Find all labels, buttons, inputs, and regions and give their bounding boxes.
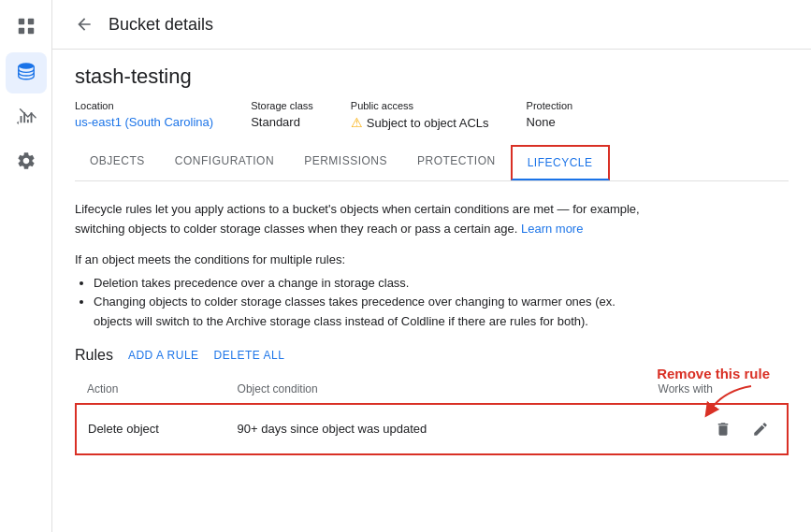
protection-meta: Protection None: [527, 100, 573, 130]
lifecycle-description: Lifecycle rules let you apply actions to…: [75, 200, 655, 239]
col-action: Action: [76, 375, 226, 404]
storage-class-value: Standard: [251, 115, 313, 129]
annotation-area: Remove this rule: [657, 366, 770, 419]
warning-icon: ⚠: [351, 115, 363, 130]
bullet-item-2: Changing objects to colder storage class…: [94, 293, 655, 332]
main-content: Bucket details stash-testing Location us…: [52, 0, 811, 532]
tab-permissions[interactable]: PERMISSIONS: [289, 145, 402, 180]
sidebar: [0, 0, 52, 532]
sidebar-item-grid[interactable]: [6, 7, 47, 49]
remove-annotation: Remove this rule: [657, 366, 770, 381]
tab-configuration[interactable]: CONFIGURATION: [160, 145, 289, 180]
page-title: Bucket details: [109, 15, 213, 35]
row-action: Delete object: [76, 404, 226, 454]
analytics-icon: [16, 106, 36, 131]
bucket-info: stash-testing Location us-east1 (South C…: [52, 50, 811, 137]
tab-objects[interactable]: OBJECTS: [75, 145, 160, 180]
svg-rect-1: [27, 18, 33, 23]
rules-section: Remove this rule Action Object condition: [75, 375, 789, 455]
col-condition: Object condition: [226, 375, 564, 404]
conditions-text: If an object meets the conditions for mu…: [75, 252, 789, 266]
sidebar-item-analytics[interactable]: [6, 97, 47, 138]
location-value[interactable]: us-east1 (South Carolina): [75, 115, 213, 129]
protection-value: None: [527, 115, 573, 129]
protection-label: Protection: [527, 100, 573, 111]
grid-icon: [16, 16, 36, 41]
rules-title: Rules: [75, 347, 113, 364]
bucket-name: stash-testing: [75, 65, 789, 89]
public-access-meta: Public access ⚠ Subject to object ACLs: [351, 100, 489, 130]
public-access-label: Public access: [351, 100, 489, 111]
svg-point-4: [18, 63, 34, 68]
rules-header: Rules ADD A RULE DELETE ALL: [75, 347, 789, 364]
bucket-metadata: Location us-east1 (South Carolina) Stora…: [75, 100, 789, 130]
add-rule-button[interactable]: ADD A RULE: [128, 349, 199, 362]
back-button[interactable]: [71, 11, 97, 37]
svg-rect-2: [18, 27, 23, 33]
learn-more-link[interactable]: Learn more: [521, 222, 583, 236]
storage-class-meta: Storage class Standard: [251, 100, 313, 130]
tab-bar: OBJECTS CONFIGURATION PERMISSIONS PROTEC…: [75, 145, 789, 181]
tab-lifecycle[interactable]: LIFECYCLE: [511, 145, 610, 180]
lifecycle-content: Lifecycle rules let you apply actions to…: [52, 181, 811, 532]
public-access-value: ⚠ Subject to object ACLs: [351, 115, 489, 130]
bullet-item-1: Deletion takes precedence over a change …: [94, 274, 655, 294]
sidebar-item-storage[interactable]: [6, 52, 47, 93]
location-meta: Location us-east1 (South Carolina): [75, 100, 213, 130]
svg-rect-3: [27, 27, 33, 33]
storage-icon: [16, 61, 36, 86]
location-label: Location: [75, 100, 213, 111]
svg-rect-0: [18, 18, 23, 23]
delete-all-button[interactable]: DELETE ALL: [214, 349, 285, 362]
tab-protection[interactable]: PROTECTION: [402, 145, 511, 180]
storage-class-label: Storage class: [251, 100, 313, 111]
annotation-arrow: [695, 381, 770, 419]
conditions-list: Deletion takes precedence over a change …: [94, 274, 789, 332]
page-header: Bucket details: [52, 0, 811, 50]
row-condition: 90+ days since object was updated: [226, 404, 564, 454]
sidebar-item-settings[interactable]: [6, 142, 47, 183]
gear-icon: [16, 151, 36, 176]
